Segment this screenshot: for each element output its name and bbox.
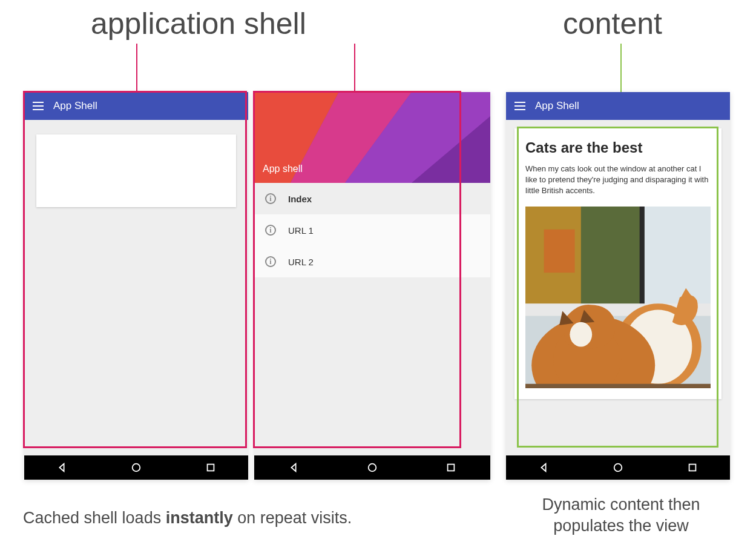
nav-recents-icon[interactable] [687, 462, 698, 473]
connector-line-shell-right [354, 44, 355, 93]
heading-application-shell: application shell [91, 6, 306, 41]
svg-rect-26 [689, 465, 696, 471]
nav-back-icon[interactable] [538, 462, 549, 473]
android-nav-bar [506, 455, 730, 480]
android-nav-bar [24, 455, 248, 480]
caption-content: Dynamic content then populates the view [512, 494, 730, 537]
nav-back-icon[interactable] [288, 462, 299, 473]
svg-point-7 [369, 464, 376, 472]
nav-home-icon[interactable] [367, 462, 378, 473]
drawer-item-url1[interactable]: URL 1 [254, 214, 490, 246]
toolbar-title: App Shell [53, 100, 97, 112]
article-heading: Cats are the best [525, 139, 711, 156]
app-toolbar: App Shell [24, 92, 248, 120]
drawer-item-index[interactable]: Index [254, 183, 490, 214]
phone-mockup-shell-drawer: App shell Index URL 1 URL 2 [254, 92, 490, 480]
content-card: Cats are the best When my cats look out … [514, 128, 721, 399]
connector-line-shell-left [136, 44, 137, 93]
info-icon [265, 225, 276, 236]
drawer-header-title: App shell [263, 164, 303, 174]
svg-rect-8 [448, 465, 455, 471]
caption-shell: Cached shell loads instantly on repeat v… [23, 509, 352, 528]
drawer-item-url2[interactable]: URL 2 [254, 246, 490, 277]
svg-point-25 [614, 464, 622, 472]
svg-rect-24 [525, 383, 711, 388]
drawer-item-label: Index [288, 194, 312, 204]
android-nav-bar [254, 455, 490, 480]
phone-mockup-shell-empty: App Shell [24, 92, 248, 480]
nav-home-icon[interactable] [131, 462, 142, 473]
hamburger-icon[interactable] [33, 102, 44, 110]
article-body: When my cats look out the window at anot… [525, 164, 711, 197]
svg-point-0 [133, 464, 140, 472]
nav-recents-icon[interactable] [445, 462, 456, 473]
svg-rect-1 [208, 465, 214, 471]
heading-content: content [563, 6, 662, 41]
placeholder-card [36, 134, 236, 207]
nav-back-icon[interactable] [56, 462, 67, 473]
svg-rect-12 [544, 229, 575, 272]
drawer-item-label: URL 2 [288, 257, 314, 267]
hamburger-icon[interactable] [514, 102, 525, 110]
phone-mockup-content: App Shell Cats are the best When my cats… [506, 92, 730, 480]
drawer-header: App shell [254, 92, 490, 183]
toolbar-title: App Shell [535, 100, 579, 112]
svg-rect-13 [643, 207, 711, 309]
app-toolbar: App Shell [506, 92, 730, 120]
nav-recents-icon[interactable] [205, 462, 216, 473]
svg-point-23 [570, 322, 592, 346]
info-icon [265, 193, 276, 204]
article-image-cats [525, 207, 711, 388]
nav-home-icon[interactable] [613, 462, 623, 473]
drawer-item-label: URL 1 [288, 225, 314, 236]
info-icon [265, 256, 276, 267]
